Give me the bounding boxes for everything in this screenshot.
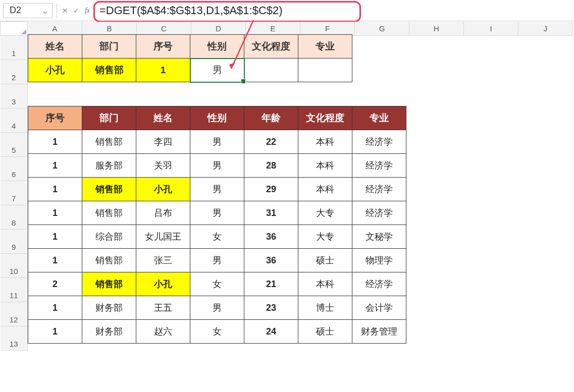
data-cell[interactable]: 本科 <box>298 154 352 178</box>
col-header[interactable]: I <box>464 22 518 36</box>
table-row[interactable]: 1销售部李四男22本科经济学 <box>28 130 406 154</box>
row-header[interactable]: 12 <box>1 302 28 326</box>
criteria-cell[interactable]: 1 <box>136 59 190 82</box>
col-header[interactable]: C <box>137 22 191 36</box>
row-header[interactable]: 10 <box>1 254 28 278</box>
data-cell[interactable]: 小孔 <box>136 272 190 296</box>
data-cell[interactable]: 2 <box>28 272 82 296</box>
data-header[interactable]: 序号 <box>28 106 82 130</box>
col-header[interactable]: B <box>82 22 137 36</box>
row-header[interactable]: 11 <box>1 278 28 302</box>
data-cell[interactable]: 22 <box>244 130 298 154</box>
data-cell[interactable]: 1 <box>28 154 82 178</box>
col-header[interactable]: F <box>300 22 355 36</box>
table-row[interactable]: 1服务部关羽男28本科经济学 <box>28 154 406 178</box>
criteria-cell[interactable] <box>244 59 298 82</box>
data-cell[interactable]: 经济学 <box>352 154 406 178</box>
data-cell[interactable]: 24 <box>244 320 298 344</box>
table-row[interactable]: 1财务部王五男23博士会计学 <box>28 296 406 320</box>
data-cell[interactable]: 关羽 <box>136 154 190 178</box>
data-cell[interactable]: 本科 <box>298 130 352 154</box>
active-cell-d2[interactable]: 男 <box>190 59 244 82</box>
criteria-header[interactable]: 性别 <box>190 35 244 59</box>
chevron-down-icon[interactable]: ⌄ <box>41 5 49 16</box>
data-cell[interactable]: 21 <box>244 272 298 296</box>
col-header[interactable]: E <box>246 22 300 36</box>
data-cell[interactable]: 财务部 <box>82 320 136 344</box>
data-cell[interactable]: 销售部 <box>82 249 136 272</box>
data-cell[interactable]: 36 <box>244 249 298 272</box>
accept-formula-icon[interactable]: ✓ <box>72 7 80 15</box>
table-row[interactable]: 1销售部吕布男31大专经济学 <box>28 201 406 225</box>
table-row[interactable]: 1销售部小孔男29本科经济学 <box>28 178 406 201</box>
data-cell[interactable]: 1 <box>28 249 82 272</box>
data-cell[interactable]: 29 <box>244 178 298 201</box>
row-header[interactable]: 13 <box>1 326 28 351</box>
row-header[interactable]: 8 <box>1 205 28 230</box>
row-header[interactable]: 9 <box>1 230 28 254</box>
data-cell[interactable]: 硕士 <box>298 320 352 344</box>
data-cell[interactable]: 小孔 <box>136 178 190 201</box>
data-header[interactable]: 姓名 <box>136 106 190 130</box>
data-cell[interactable]: 物理学 <box>352 249 406 272</box>
data-cell[interactable]: 硕士 <box>298 249 352 272</box>
data-cell[interactable]: 李四 <box>136 130 190 154</box>
data-cell[interactable]: 王五 <box>136 296 190 320</box>
criteria-table[interactable]: 姓名 部门 序号 性别 文化程度 专业 小孔 销售部 1 男 <box>28 34 352 82</box>
data-cell[interactable]: 1 <box>28 225 82 249</box>
data-table[interactable]: 序号 部门 姓名 性别 年龄 文化程度 专业 1销售部李四男22本科经济学1服务… <box>28 106 406 344</box>
data-cell[interactable]: 财务管理 <box>352 320 406 344</box>
data-cell[interactable]: 男 <box>190 154 244 178</box>
col-header[interactable]: A <box>28 22 82 36</box>
data-cell[interactable]: 经济学 <box>352 272 406 296</box>
data-cell[interactable]: 本科 <box>298 272 352 296</box>
criteria-header[interactable]: 专业 <box>298 35 352 59</box>
data-cell[interactable]: 张三 <box>136 249 190 272</box>
data-cell[interactable]: 销售部 <box>82 178 136 201</box>
data-cell[interactable]: 综合部 <box>82 225 136 249</box>
data-header[interactable]: 性别 <box>190 106 244 130</box>
criteria-header[interactable]: 姓名 <box>28 35 82 59</box>
data-cell[interactable]: 女儿国王 <box>136 225 190 249</box>
data-cell[interactable]: 销售部 <box>82 130 136 154</box>
worksheet[interactable]: A B C D E F G H I J 12345678910111213 姓名… <box>0 21 574 351</box>
table-row[interactable]: 1销售部张三男36硕士物理学 <box>28 249 406 272</box>
data-header[interactable]: 专业 <box>352 106 406 130</box>
row-header[interactable]: 6 <box>1 157 28 181</box>
row-header[interactable]: 4 <box>1 108 28 133</box>
col-header[interactable]: J <box>518 22 573 36</box>
criteria-header[interactable]: 文化程度 <box>244 35 298 59</box>
data-cell[interactable]: 男 <box>190 201 244 225</box>
data-cell[interactable]: 女 <box>190 320 244 344</box>
data-cell[interactable]: 销售部 <box>82 272 136 296</box>
formula-input-wrap[interactable]: =DGET($A$4:$G$13,D1,$A$1:$C$2) <box>96 4 571 17</box>
data-cell[interactable]: 销售部 <box>82 201 136 225</box>
data-header[interactable]: 文化程度 <box>298 106 352 130</box>
data-cell[interactable]: 男 <box>190 296 244 320</box>
data-cell[interactable]: 男 <box>190 130 244 154</box>
data-cell[interactable]: 女 <box>190 225 244 249</box>
row-header[interactable]: 5 <box>1 133 28 157</box>
col-header[interactable]: D <box>191 22 246 36</box>
table-row[interactable]: 1综合部女儿国王女36大专文秘学 <box>28 225 406 249</box>
criteria-header[interactable]: 部门 <box>82 35 136 59</box>
data-cell[interactable]: 服务部 <box>82 154 136 178</box>
data-cell[interactable]: 36 <box>244 225 298 249</box>
data-header[interactable]: 部门 <box>82 106 136 130</box>
data-cell[interactable]: 女 <box>190 272 244 296</box>
data-cell[interactable]: 男 <box>190 178 244 201</box>
data-cell[interactable]: 博士 <box>298 296 352 320</box>
data-header[interactable]: 年龄 <box>244 106 298 130</box>
criteria-cell[interactable] <box>298 59 352 82</box>
data-cell[interactable]: 1 <box>28 178 82 201</box>
data-cell[interactable]: 经济学 <box>352 201 406 225</box>
data-cell[interactable]: 文秘学 <box>352 225 406 249</box>
data-cell[interactable]: 大专 <box>298 201 352 225</box>
data-cell[interactable]: 经济学 <box>352 130 406 154</box>
data-cell[interactable]: 本科 <box>298 178 352 201</box>
name-box[interactable]: D2 ⌄ <box>3 3 53 18</box>
data-cell[interactable]: 31 <box>244 201 298 225</box>
row-header[interactable]: 1 <box>1 36 28 60</box>
data-cell[interactable]: 会计学 <box>352 296 406 320</box>
data-cell[interactable]: 赵六 <box>136 320 190 344</box>
